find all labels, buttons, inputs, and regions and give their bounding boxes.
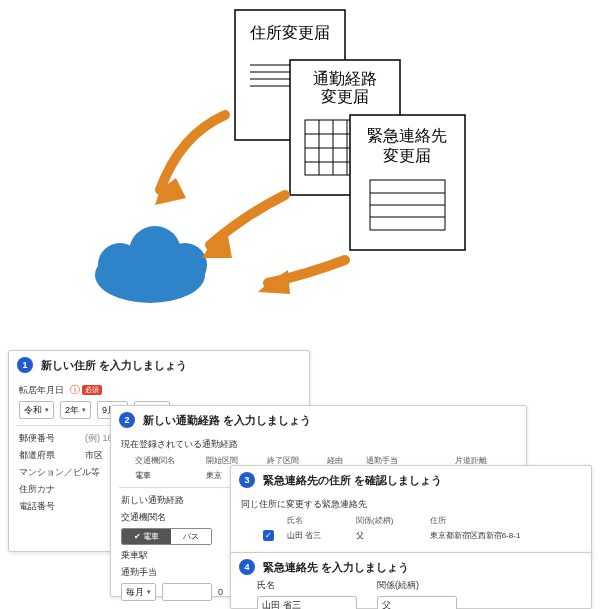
step-title: 新しい通勤経路 を入力しましょう: [143, 413, 311, 428]
hero-illustration: 住所変更届 通勤経路 変更届: [0, 0, 600, 330]
svg-marker-29: [258, 270, 290, 294]
name-header: 氏名: [257, 579, 337, 592]
svg-text:変更届: 変更届: [321, 88, 369, 105]
seg-train: 電車: [122, 529, 171, 544]
emergency-name-input[interactable]: [257, 596, 357, 609]
step-badge: 4: [239, 559, 255, 575]
era-select[interactable]: 令和▾: [19, 401, 54, 419]
step-title: 緊急連絡先の住所 を確認しましょう: [263, 473, 442, 488]
bldg-label: マンション／ビル等: [19, 466, 100, 479]
doc-card-3: 緊急連絡先 変更届: [350, 115, 465, 250]
registered-label: 現在登録されている通勤経路: [121, 438, 238, 451]
city-label: 市区: [85, 449, 103, 462]
emergency-rel-input[interactable]: [377, 596, 457, 609]
date-label: 転居年月日: [19, 384, 64, 397]
step-badge: 2: [119, 412, 135, 428]
required-badge: ⓘ 必須: [70, 383, 102, 397]
emergency-table: 氏名 関係(続柄) 住所 ✓ 山田 省三 父 東京都新宿区西新宿6-8-1: [257, 513, 577, 543]
svg-text:住所変更届: 住所変更届: [249, 24, 330, 41]
allowance-amount-input[interactable]: [162, 583, 212, 601]
info-icon: ⓘ: [70, 383, 80, 397]
svg-text:緊急連絡先: 緊急連絡先: [367, 127, 447, 144]
pref-label: 都道府県: [19, 449, 79, 462]
allowance-unit-select[interactable]: 毎月▾: [121, 583, 156, 601]
svg-point-3: [163, 243, 207, 287]
start-station-label: 乗車駅: [121, 549, 148, 562]
seg-bus: バス: [171, 529, 211, 544]
svg-text:通勤経路: 通勤経路: [313, 70, 377, 87]
rel-header: 関係(続柄): [377, 579, 419, 592]
step-badge: 3: [239, 472, 255, 488]
postal-label: 郵便番号: [19, 432, 79, 445]
table-row: ✓ 山田 省三 父 東京都新宿区西新宿6-8-1: [257, 528, 577, 543]
row-checkbox[interactable]: ✓: [263, 530, 274, 541]
panel-confirm-emergency: 3 緊急連絡先の住所 を確認しましょう 同じ住所に変更する緊急連絡先 氏名 関係…: [230, 465, 592, 557]
step-title: 新しい住所 を入力しましょう: [41, 358, 187, 373]
transport-segmented[interactable]: 電車 バス: [121, 528, 212, 545]
svg-text:変更届: 変更届: [383, 147, 431, 164]
kana-label: 住所カナ: [19, 483, 55, 496]
step-title: 緊急連絡先 を入力しましょう: [263, 560, 409, 575]
panel-emergency-input: 4 緊急連絡先 を入力しましょう 氏名 関係(続柄): [230, 552, 592, 609]
year-select[interactable]: 2年▾: [60, 401, 91, 419]
allowance-label: 通勤手当: [121, 566, 157, 579]
step-badge: 1: [17, 357, 33, 373]
new-route-label: 新しい通勤経路: [121, 494, 184, 507]
same-address-label: 同じ住所に変更する緊急連絡先: [241, 498, 367, 511]
transport-label: 交通機関名: [121, 511, 166, 524]
phone-label: 電話番号: [19, 500, 55, 513]
